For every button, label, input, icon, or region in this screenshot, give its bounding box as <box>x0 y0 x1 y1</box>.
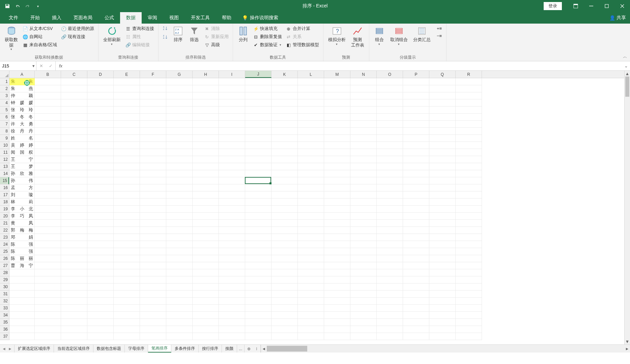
cell[interactable] <box>114 156 140 163</box>
cell[interactable] <box>193 241 219 248</box>
cell[interactable] <box>456 262 482 269</box>
cell[interactable] <box>456 121 482 128</box>
cell[interactable] <box>166 234 193 241</box>
cell[interactable] <box>114 220 140 227</box>
cell[interactable] <box>456 156 482 163</box>
cell[interactable] <box>429 305 456 312</box>
cell[interactable] <box>35 92 61 99</box>
cell[interactable] <box>193 149 219 156</box>
row-header[interactable]: 34 <box>0 312 9 319</box>
cell[interactable] <box>219 326 245 333</box>
cell[interactable] <box>193 319 219 326</box>
cell[interactable] <box>377 156 403 163</box>
cell[interactable] <box>298 149 324 156</box>
cell[interactable] <box>166 305 193 312</box>
cell[interactable] <box>377 312 403 319</box>
undo-icon[interactable] <box>14 3 21 9</box>
cell[interactable] <box>35 99 61 107</box>
cell[interactable] <box>114 177 140 184</box>
cell[interactable]: 李小北 <box>9 206 35 213</box>
cell[interactable] <box>271 213 298 220</box>
cell[interactable]: 陈丽丽 <box>9 255 35 262</box>
cell[interactable] <box>166 255 193 262</box>
cell[interactable] <box>324 128 350 135</box>
cell[interactable] <box>377 333 403 340</box>
cell[interactable] <box>350 276 377 283</box>
cell[interactable] <box>377 291 403 298</box>
cell[interactable] <box>298 85 324 92</box>
cell[interactable] <box>87 220 114 227</box>
cell[interactable] <box>298 276 324 283</box>
row-header[interactable]: 20 <box>0 213 9 220</box>
cell[interactable] <box>377 262 403 269</box>
cell[interactable] <box>245 177 271 184</box>
cell[interactable] <box>403 248 429 255</box>
cell[interactable] <box>245 305 271 312</box>
cell[interactable] <box>298 184 324 191</box>
cell[interactable] <box>140 85 166 92</box>
cell[interactable] <box>219 248 245 255</box>
cell[interactable] <box>140 283 166 291</box>
sheet-prev-icon[interactable]: ◄ <box>2 346 6 351</box>
cell[interactable] <box>245 78 271 85</box>
cell[interactable] <box>271 99 298 107</box>
cell[interactable] <box>166 135 193 142</box>
column-header[interactable]: O <box>377 71 403 78</box>
cell[interactable] <box>35 262 61 269</box>
cell[interactable] <box>324 227 350 234</box>
cell[interactable] <box>114 199 140 206</box>
cell[interactable] <box>324 156 350 163</box>
cell[interactable] <box>193 220 219 227</box>
cell[interactable] <box>245 234 271 241</box>
cell[interactable] <box>271 269 298 276</box>
cell[interactable] <box>271 85 298 92</box>
cell[interactable] <box>61 99 87 107</box>
formula-input[interactable] <box>66 61 622 70</box>
cell[interactable] <box>140 206 166 213</box>
cell[interactable] <box>298 163 324 170</box>
tab-scroll-handle[interactable]: ⁞ <box>253 345 261 353</box>
cell[interactable] <box>456 276 482 283</box>
cell[interactable] <box>403 312 429 319</box>
cell[interactable] <box>456 206 482 213</box>
cell[interactable] <box>350 107 377 114</box>
cell[interactable] <box>166 312 193 319</box>
cell[interactable] <box>35 234 61 241</box>
cell[interactable] <box>87 326 114 333</box>
cell[interactable] <box>324 135 350 142</box>
from-text-csv-button[interactable]: 📄从文本/CSV <box>21 25 58 32</box>
cell[interactable] <box>350 121 377 128</box>
cell[interactable] <box>35 85 61 92</box>
ribbon-tab-4[interactable]: 公式 <box>98 12 120 24</box>
cell[interactable] <box>350 135 377 142</box>
remove-duplicates-button[interactable]: ⊟删除重复值 <box>252 33 283 40</box>
cell[interactable] <box>61 305 87 312</box>
cell[interactable] <box>271 255 298 262</box>
cell[interactable] <box>114 107 140 114</box>
cell[interactable] <box>114 121 140 128</box>
row-header[interactable]: 18 <box>0 199 9 206</box>
horizontal-scrollbar[interactable]: ◄ ► <box>261 345 630 353</box>
cell[interactable]: 钟媛媛 <box>9 99 35 107</box>
row-header[interactable]: 17 <box>0 191 9 199</box>
cell[interactable] <box>61 326 87 333</box>
cell[interactable] <box>377 163 403 170</box>
cell[interactable] <box>429 283 456 291</box>
ribbon-tab-9[interactable]: 帮助 <box>216 12 237 24</box>
vertical-scrollbar[interactable]: ▲ ▼ <box>624 71 630 344</box>
cell[interactable] <box>429 156 456 163</box>
cell[interactable] <box>271 177 298 184</box>
maximize-icon[interactable] <box>599 0 614 12</box>
cell[interactable] <box>403 107 429 114</box>
cell[interactable] <box>403 269 429 276</box>
cell[interactable] <box>140 241 166 248</box>
cell[interactable] <box>456 199 482 206</box>
cell[interactable] <box>377 121 403 128</box>
clear-filter-button[interactable]: ✖清除 <box>203 25 230 32</box>
cell[interactable]: 李巧凤 <box>9 213 35 220</box>
cell[interactable] <box>403 206 429 213</box>
cell[interactable] <box>35 191 61 199</box>
cell[interactable] <box>87 128 114 135</box>
cell[interactable] <box>298 227 324 234</box>
cell[interactable] <box>61 276 87 283</box>
